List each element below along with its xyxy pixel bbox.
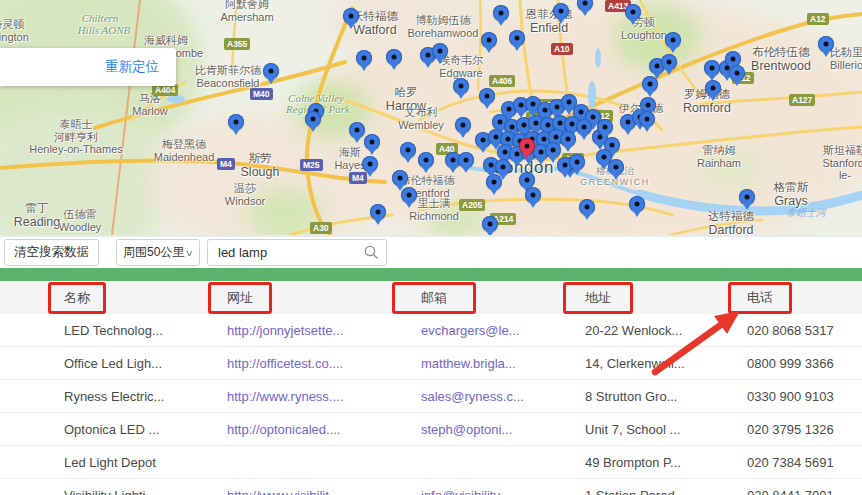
relocate-button[interactable]: 重新定位 [105,58,159,76]
clear-search-button[interactable]: 清空搜索数据 [4,239,99,266]
annotation-box: 名称 [48,282,106,314]
map-label: 温莎Windsor [225,182,265,207]
map-pin-icon[interactable] [739,189,755,205]
map-pin-icon[interactable] [705,80,721,96]
map-pin-icon[interactable] [400,142,416,158]
map-pin-icon[interactable] [401,187,417,203]
map-pin-icon[interactable] [579,199,595,215]
name-cell: Optonica LED ... [64,422,227,437]
search-icon[interactable] [363,244,379,260]
url-cell[interactable]: http://optonicaled.... [227,422,421,437]
map-pin-icon[interactable] [364,134,380,150]
annotation-box: 邮箱 [392,282,476,314]
map-pin-icon[interactable] [704,60,720,76]
map-label: 比勒里基Billericay [830,46,862,71]
map-pin-icon[interactable] [370,204,386,220]
map-pin-icon[interactable] [458,152,474,168]
map-pin-icon[interactable] [509,30,525,46]
road-badge: A406 [489,75,515,87]
column-header: 地址 [585,282,747,314]
column-header: 邮箱 [421,282,585,314]
map-pin-icon[interactable] [576,119,592,135]
email-cell[interactable]: evchargers@le... [421,323,585,338]
map-pin-icon[interactable] [386,49,402,65]
selected-map-pin-icon[interactable] [519,138,535,154]
map-pin-icon[interactable] [553,3,569,19]
url-cell[interactable]: http://www.ryness.... [227,389,421,404]
road-badge: M40 [250,88,273,100]
map-pin-icon[interactable] [608,159,624,175]
table-row: Ryness Electric...http://www.ryness....s… [0,380,862,413]
map-pin-icon[interactable] [418,152,434,168]
green-divider-bar [0,268,862,281]
radius-dropdown[interactable]: 周围50公里 ∨ [116,239,200,266]
map-pin-icon[interactable] [481,32,497,48]
map-pin-icon[interactable] [661,54,677,70]
map-pin-icon[interactable] [228,114,244,130]
map-label: 雷纳姆Rainham [697,144,741,169]
map-pin-icon[interactable] [356,50,372,66]
email-cell[interactable]: matthew.brigla... [421,356,585,371]
map-pin-icon[interactable] [525,187,541,203]
map-pin-icon[interactable] [665,32,681,48]
map-pin-icon[interactable] [818,36,834,52]
map-pin-icon[interactable] [569,154,585,170]
map-pin-icon[interactable] [479,88,495,104]
phone-cell: 020 7384 5691 [747,455,862,470]
map-pin-icon[interactable] [349,122,365,138]
address-cell: 20-22 Wenlock... [585,323,747,338]
map-pin-icon[interactable] [263,63,279,79]
column-header: 名称 [64,282,227,314]
phone-cell: 020 8068 5317 [747,323,862,338]
map-pin-icon[interactable] [392,170,408,186]
map-pin-icon[interactable] [343,8,359,24]
map-canvas[interactable]: 特灵顿atlingtonChilternHills AONB海威科姆High W… [0,0,862,237]
road-badge: A10 [551,43,573,55]
map-pin-icon[interactable] [432,43,448,59]
map-pin-icon[interactable] [305,111,321,127]
name-cell: Ryness Electric... [64,389,227,404]
table-row: Office Led Ligh...http://officetest.co..… [0,347,862,380]
results-table: LED Technolog...http://jonnyjetsette...e… [0,314,862,495]
name-cell: LED Technolog... [64,323,227,338]
table-row: Led Light Depot49 Brompton P...020 7384 … [0,446,862,479]
address-cell: 49 Brompton P... [585,455,747,470]
url-cell[interactable]: http://officetest.co.... [227,356,421,371]
map-pin-icon[interactable] [629,196,645,212]
email-cell[interactable]: info@visibility-... [421,488,585,495]
map-label: 雷丁Reading [14,202,61,230]
map-pin-icon[interactable] [560,131,576,147]
map-label: 里士满Richmond [409,197,459,222]
table-row: LED Technolog...http://jonnyjetsette...e… [0,314,862,347]
map-pin-icon[interactable] [597,119,613,135]
search-input[interactable] [208,240,366,265]
map-pin-icon[interactable] [482,216,498,232]
name-cell: Led Light Depot [64,455,227,470]
map-pin-icon[interactable] [493,5,509,21]
annotation-box: 电话 [728,282,792,314]
map-pin-icon[interactable] [639,111,655,127]
map-pin-icon[interactable] [362,156,378,172]
email-cell[interactable]: sales@ryness.c... [421,389,585,404]
map-pin-icon[interactable] [642,76,658,92]
road-badge: A205 [459,199,485,211]
map-pin-icon[interactable] [545,142,561,158]
search-box [207,239,387,266]
map-pin-icon[interactable] [625,4,641,20]
map-pin-icon[interactable] [519,172,535,188]
address-cell: 8 Strutton Gro... [585,389,747,404]
map-label: 泰晤士 河畔亨利Henley-on-Thames [29,118,123,156]
road-badge: A30 [310,222,332,234]
table-header-row: 名称网址邮箱地址电话 [0,281,862,315]
email-cell[interactable]: steph@optoni... [421,422,585,437]
map-label: Hills AONB [78,24,131,37]
map-pin-icon[interactable] [495,159,511,175]
url-cell[interactable]: http://jonnyjetsette... [227,323,421,338]
phone-cell: 0800 999 3366 [747,356,862,371]
column-header: 电话 [747,282,862,314]
map-label: 达特福德Dartford [708,210,754,237]
map-pin-icon[interactable] [455,117,471,133]
map-pin-icon[interactable] [453,78,469,94]
map-pin-icon[interactable] [729,65,745,81]
url-cell[interactable]: http://www.visibilit... [227,488,421,495]
